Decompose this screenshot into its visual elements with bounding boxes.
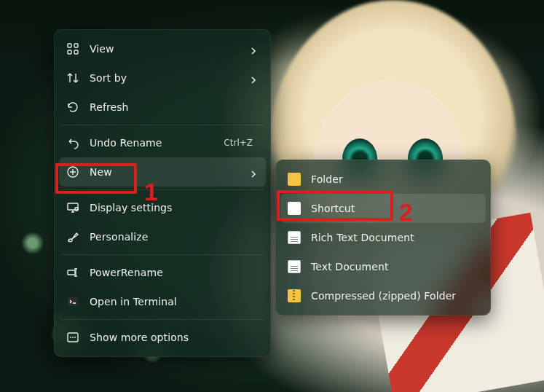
menu-item-show-more-options[interactable]: Show more options [59,323,266,352]
submenu-item-rich-text-document[interactable]: Rich Text Document [280,223,486,252]
menu-shortcut-hint: Ctrl+Z [224,138,253,148]
menu-item-personalize[interactable]: Personalize [59,222,266,251]
menu-item-sort-by[interactable]: Sort by [59,63,266,93]
more-icon [66,331,79,344]
refresh-icon [66,101,79,114]
svg-point-11 [72,337,74,338]
menu-label: Display settings [90,202,257,213]
submenu-item-text-document[interactable]: Text Document [280,252,486,281]
menu-label: New [90,166,240,178]
brush-icon [66,230,79,243]
svg-point-6 [75,208,79,211]
menu-item-powerrename[interactable]: PowerRename [59,258,266,287]
undo-icon [66,136,79,149]
shortcut-icon [288,202,301,215]
submenu-label: Compressed (zipped) Folder [311,290,477,302]
menu-label: Show more options [90,332,257,343]
display-icon [66,201,79,214]
chevron-right-icon [250,45,257,52]
folder-icon [288,173,301,186]
zip-folder-icon [288,289,301,302]
powerrename-icon [66,266,79,279]
menu-item-undo-rename[interactable]: Undo Rename Ctrl+Z [59,128,266,157]
menu-item-open-in-terminal[interactable]: Open in Terminal [59,287,266,316]
desktop-context-menu: View Sort by Refresh Undo Rename Ctrl+Z … [54,29,271,357]
menu-label: PowerRename [90,267,257,278]
chevron-right-icon [250,74,257,82]
separator [60,254,264,255]
menu-item-display-settings[interactable]: Display settings [59,193,266,222]
document-icon [288,231,301,244]
submenu-label: Text Document [311,261,477,273]
svg-rect-8 [68,297,78,306]
menu-label: Sort by [90,72,240,84]
menu-label: Open in Terminal [90,296,257,307]
grid-icon [66,42,79,55]
plus-circle-icon [66,165,79,179]
menu-item-refresh[interactable]: Refresh [59,93,266,122]
submenu-item-shortcut[interactable]: Shortcut [280,194,486,223]
menu-label: View [90,43,240,55]
svg-point-12 [74,337,76,338]
submenu-item-compressed-folder[interactable]: Compressed (zipped) Folder [280,281,486,310]
menu-item-new[interactable]: New [59,157,266,187]
new-submenu: Folder Shortcut Rich Text Document Text … [275,160,491,315]
separator [60,125,264,125]
menu-label: Refresh [90,101,257,113]
svg-point-10 [70,337,71,338]
separator [60,319,264,320]
terminal-icon [66,295,79,308]
separator [60,189,264,190]
svg-rect-3 [74,50,78,54]
document-icon [288,260,301,273]
menu-label: Personalize [90,231,257,243]
svg-rect-2 [68,50,71,54]
svg-rect-0 [68,44,71,47]
submenu-label: Shortcut [311,203,477,214]
menu-label: Undo Rename [90,137,213,149]
chevron-right-icon [250,168,257,176]
svg-rect-1 [74,44,78,47]
submenu-label: Folder [311,173,477,185]
svg-rect-5 [68,203,78,210]
submenu-item-folder[interactable]: Folder [280,165,486,194]
svg-rect-7 [68,270,75,275]
submenu-label: Rich Text Document [311,232,477,243]
menu-item-view[interactable]: View [59,34,266,63]
sort-icon [66,71,79,85]
